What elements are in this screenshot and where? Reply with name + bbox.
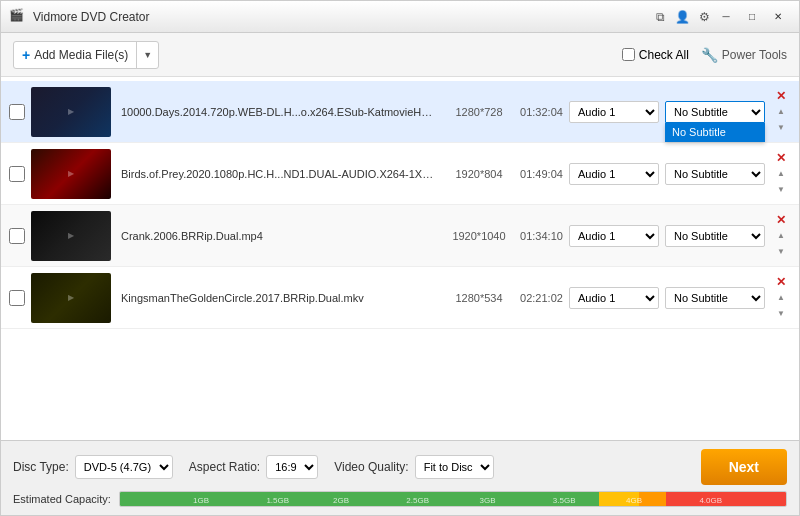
move-down-1-button[interactable]: ▼ bbox=[773, 121, 789, 135]
check-all-label: Check All bbox=[639, 48, 689, 62]
duration-3: 01:34:10 bbox=[514, 230, 569, 242]
audio-dropdown-2[interactable]: Audio 1 bbox=[569, 163, 659, 185]
thumbnail-2: ▶ bbox=[31, 149, 111, 199]
row-actions-4: ✕ ▲ ▼ bbox=[771, 275, 791, 321]
aspect-ratio-label: Aspect Ratio: bbox=[189, 460, 260, 474]
close-button[interactable]: ✕ bbox=[765, 7, 791, 27]
add-media-main[interactable]: + Add Media File(s) bbox=[14, 42, 137, 68]
move-down-3-button[interactable]: ▼ bbox=[773, 245, 789, 259]
move-down-4-button[interactable]: ▼ bbox=[773, 307, 789, 321]
disc-type-select[interactable]: DVD-5 (4.7G) DVD-9 (8.5G) bbox=[75, 455, 173, 479]
table-row: ▶ Birds.of.Prey.2020.1080p.HC.H...ND1.DU… bbox=[1, 143, 799, 205]
subtitle-option-no-subtitle[interactable]: No Subtitle bbox=[666, 123, 764, 141]
remove-row-2-button[interactable]: ✕ bbox=[773, 151, 789, 165]
capacity-label: Estimated Capacity: bbox=[13, 493, 111, 505]
toolbar-right: Check All 🔧 Power Tools bbox=[622, 47, 787, 63]
next-button[interactable]: Next bbox=[701, 449, 787, 485]
thumbnail-1: ▶ bbox=[31, 87, 111, 137]
row-actions-3: ✕ ▲ ▼ bbox=[771, 213, 791, 259]
remove-row-4-button[interactable]: ✕ bbox=[773, 275, 789, 289]
table-row: ▶ Crank.2006.BRRip.Dual.mp4 1920*1040 01… bbox=[1, 205, 799, 267]
subtitle-dropdown-3[interactable]: No Subtitle bbox=[665, 225, 765, 247]
remove-row-3-button[interactable]: ✕ bbox=[773, 213, 789, 227]
copy-icon[interactable]: ⧉ bbox=[651, 8, 669, 26]
resolution-3: 1920*1040 bbox=[444, 230, 514, 242]
duration-1: 01:32:04 bbox=[514, 106, 569, 118]
minimize-button[interactable]: ─ bbox=[713, 7, 739, 27]
settings-icon[interactable]: ⚙ bbox=[695, 8, 713, 26]
subtitle-container-4: No Subtitle bbox=[665, 287, 765, 309]
thumb-text: ▶ bbox=[68, 169, 74, 178]
aspect-ratio-select[interactable]: 16:9 4:3 bbox=[266, 455, 318, 479]
check-all-checkbox[interactable] bbox=[622, 48, 635, 61]
audio-select-4[interactable]: Audio 1 bbox=[569, 287, 659, 309]
subtitle-dropdown-1[interactable]: No Subtitle bbox=[665, 101, 765, 123]
move-up-2-button[interactable]: ▲ bbox=[773, 167, 789, 181]
resolution-4: 1280*534 bbox=[444, 292, 514, 304]
move-up-1-button[interactable]: ▲ bbox=[773, 105, 789, 119]
app-logo: 🎬 bbox=[9, 8, 27, 26]
audio-dropdown-3[interactable]: Audio 1 bbox=[569, 225, 659, 247]
audio-select-1[interactable]: Audio 1 bbox=[569, 101, 659, 123]
capacity-bar-fill bbox=[120, 492, 786, 506]
audio-select-2[interactable]: Audio 1 bbox=[569, 163, 659, 185]
audio-dropdown-4[interactable]: Audio 1 bbox=[569, 287, 659, 309]
capacity-orange-segment bbox=[639, 492, 666, 506]
filename-3: Crank.2006.BRRip.Dual.mp4 bbox=[121, 230, 436, 242]
thumbnail-4: ▶ bbox=[31, 273, 111, 323]
power-tools-button[interactable]: 🔧 Power Tools bbox=[701, 47, 787, 63]
add-media-button[interactable]: + Add Media File(s) ▼ bbox=[13, 41, 159, 69]
move-up-3-button[interactable]: ▲ bbox=[773, 229, 789, 243]
add-media-dropdown-arrow[interactable]: ▼ bbox=[137, 42, 158, 68]
resolution-2: 1920*804 bbox=[444, 168, 514, 180]
toolbar: + Add Media File(s) ▼ Check All 🔧 Power … bbox=[1, 33, 799, 77]
subtitle-dropdown-list-1: No Subtitle bbox=[665, 123, 765, 142]
capacity-yellow-segment bbox=[599, 492, 639, 506]
move-down-2-button[interactable]: ▼ bbox=[773, 183, 789, 197]
video-quality-label: Video Quality: bbox=[334, 460, 409, 474]
file-list: ▶ 10000.Days.2014.720p.WEB-DL.H...o.x264… bbox=[1, 77, 799, 440]
capacity-red-segment bbox=[666, 492, 786, 506]
maximize-button[interactable]: □ bbox=[739, 7, 765, 27]
capacity-bar: 1GB 1.5GB 2GB 2.5GB 3GB 3.5GB 4GB 4.0GB bbox=[119, 491, 787, 507]
row-actions-2: ✕ ▲ ▼ bbox=[771, 151, 791, 197]
disc-type-label: Disc Type: bbox=[13, 460, 69, 474]
video-quality-field: Video Quality: Fit to Disc High Medium L… bbox=[334, 455, 494, 479]
filename-1: 10000.Days.2014.720p.WEB-DL.H...o.x264.E… bbox=[121, 106, 436, 118]
move-up-4-button[interactable]: ▲ bbox=[773, 291, 789, 305]
filename-2: Birds.of.Prey.2020.1080p.HC.H...ND1.DUAL… bbox=[121, 168, 436, 180]
duration-4: 02:21:02 bbox=[514, 292, 569, 304]
window-controls: ─ □ ✕ bbox=[713, 7, 791, 27]
duration-2: 01:49:04 bbox=[514, 168, 569, 180]
audio-dropdown-1[interactable]: Audio 1 bbox=[569, 101, 659, 123]
check-all-control[interactable]: Check All bbox=[622, 48, 689, 62]
subtitle-container-3: No Subtitle bbox=[665, 225, 765, 247]
titlebar-right-icons: ⧉ 👤 ⚙ bbox=[651, 8, 713, 26]
thumb-text: ▶ bbox=[68, 107, 74, 116]
table-row: ▶ 10000.Days.2014.720p.WEB-DL.H...o.x264… bbox=[1, 81, 799, 143]
remove-row-1-button[interactable]: ✕ bbox=[773, 89, 789, 103]
aspect-ratio-field: Aspect Ratio: 16:9 4:3 bbox=[189, 455, 318, 479]
subtitle-dropdown-2[interactable]: No Subtitle bbox=[665, 163, 765, 185]
row-checkbox-1[interactable] bbox=[9, 104, 25, 120]
row-checkbox-3[interactable] bbox=[9, 228, 25, 244]
title-bar: 🎬 Vidmore DVD Creator ⧉ 👤 ⚙ ─ □ ✕ bbox=[1, 1, 799, 33]
row-checkbox-2[interactable] bbox=[9, 166, 25, 182]
footer-capacity: Estimated Capacity: 1GB 1.5GB 2GB 2.5GB … bbox=[13, 491, 787, 507]
row-checkbox-4[interactable] bbox=[9, 290, 25, 306]
user-icon[interactable]: 👤 bbox=[673, 8, 691, 26]
plus-icon: + bbox=[22, 47, 30, 63]
filename-4: KingsmanTheGoldenCircle.2017.BRRip.Dual.… bbox=[121, 292, 436, 304]
row-actions-1: ✕ ▲ ▼ bbox=[771, 89, 791, 135]
wrench-icon: 🔧 bbox=[701, 47, 718, 63]
audio-select-3[interactable]: Audio 1 bbox=[569, 225, 659, 247]
video-quality-select[interactable]: Fit to Disc High Medium Low bbox=[415, 455, 494, 479]
subtitle-container-1: No Subtitle No Subtitle bbox=[665, 101, 765, 123]
footer-controls: Disc Type: DVD-5 (4.7G) DVD-9 (8.5G) Asp… bbox=[13, 449, 787, 485]
thumb-text: ▶ bbox=[68, 231, 74, 240]
disc-type-field: Disc Type: DVD-5 (4.7G) DVD-9 (8.5G) bbox=[13, 455, 173, 479]
chevron-down-icon: ▼ bbox=[143, 50, 152, 60]
subtitle-dropdown-4[interactable]: No Subtitle bbox=[665, 287, 765, 309]
thumbnail-3: ▶ bbox=[31, 211, 111, 261]
table-row: ▶ KingsmanTheGoldenCircle.2017.BRRip.Dua… bbox=[1, 267, 799, 329]
